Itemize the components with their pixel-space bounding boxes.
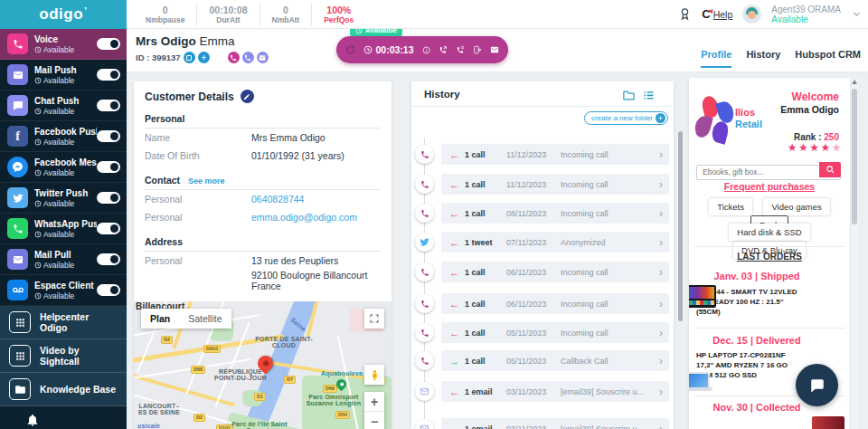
mail-pull-toggle[interactable] <box>97 253 120 265</box>
callback-channel-icon[interactable] <box>242 52 254 63</box>
list-view-icon[interactable] <box>642 89 656 102</box>
sidebar-item-mail-push[interactable]: Mail PushAvailable <box>0 60 127 91</box>
mail-channel-icon[interactable] <box>257 52 269 63</box>
edit-customer-icon[interactable] <box>241 90 254 103</box>
history-event: ←1 call11/12/2023Incoming call› <box>411 174 674 195</box>
tab-hubspot-crm[interactable]: Hubspot CRM <box>795 49 861 68</box>
sidebar-item-video-sightcall[interactable]: Video by Sightcall <box>0 339 127 373</box>
mail-push-toggle[interactable] <box>97 69 120 81</box>
incoming-arrow-icon: ← <box>449 299 465 310</box>
agent-status: Available <box>771 14 841 24</box>
search-button[interactable] <box>819 162 841 177</box>
chat-push-toggle[interactable] <box>97 100 120 111</box>
whatsapp-push-toggle[interactable] <box>97 223 120 234</box>
divider <box>694 328 844 329</box>
chevron-down-icon[interactable] <box>851 8 863 20</box>
star-icon: ★ <box>832 141 843 154</box>
facebook-push-toggle[interactable] <box>97 130 120 142</box>
history-row[interactable]: →1 call05/11/2023Callback Call› <box>441 350 669 371</box>
order-status-line: Janv. 03 | Shipped <box>689 271 825 281</box>
history-row[interactable]: ←1 email03/11/2023[email39] Souscrire u.… <box>441 418 669 429</box>
chat-fab-button[interactable] <box>796 364 838 406</box>
refresh-call-icon[interactable] <box>345 43 355 57</box>
history-row[interactable]: ←1 call08/11/2023Incoming call› <box>441 203 669 224</box>
category-hard-disk[interactable]: Hard disk & SSD <box>729 224 809 241</box>
search-icon <box>826 165 835 175</box>
transfer-device-icon[interactable] <box>473 43 482 56</box>
incoming-arrow-icon: ← <box>449 208 465 219</box>
agent-area: CHelp Agent39 ORAMA Available <box>678 0 863 28</box>
panel-title-row: Customer Details <box>145 90 381 103</box>
history-row[interactable]: ←1 call06/11/2023Incoming call› <box>441 293 669 314</box>
tab-history[interactable]: History <box>746 49 780 68</box>
folder-icon <box>9 378 31 400</box>
history-scrollbar[interactable] <box>678 131 683 321</box>
facebook-messenger-toggle[interactable] <box>97 161 120 173</box>
tweet-event-icon <box>415 233 434 252</box>
history-row[interactable]: ←1 call11/12/2023Incoming call› <box>441 144 669 165</box>
call-info-icon[interactable] <box>422 44 430 56</box>
history-event: →1 call05/11/2023Callback Call› <box>411 350 674 371</box>
sidebar-item-facebook-push[interactable]: f Facebook PushAvailable <box>0 121 127 152</box>
help-link[interactable]: CHelp <box>702 7 732 21</box>
voice-toggle[interactable] <box>97 38 120 50</box>
history-row[interactable]: ←1 tweet07/11/2023Anonymized› <box>441 232 669 253</box>
agent-avatar[interactable] <box>742 5 761 24</box>
chevron-right-icon: › <box>659 148 663 161</box>
phone-link[interactable]: 0640828744 <box>251 194 304 205</box>
agent-meta[interactable]: Agent39 ORAMA Available <box>771 5 841 24</box>
history-row[interactable]: ←1 call05/11/2023Incoming call› <box>441 322 669 343</box>
retail-scrollbar-thumb[interactable] <box>852 89 857 224</box>
sidebar-item-whatsapp-push[interactable]: WhatsApp PushAvailable <box>0 214 127 244</box>
messenger-icon <box>7 157 28 177</box>
add-contact-icon[interactable] <box>198 52 210 63</box>
history-row[interactable]: ←1 email03/11/2023[email39] Souscrire u.… <box>441 381 669 402</box>
category-video-games[interactable]: Video games <box>763 198 829 215</box>
sidebar-item-helpcenter[interactable]: Helpcenter Odigo <box>0 306 127 339</box>
category-tickets[interactable]: Tickets <box>709 198 752 215</box>
tab-profile[interactable]: Profile <box>701 49 731 68</box>
sidebar-item-knowledge-base[interactable]: Knowledge Base <box>0 373 127 406</box>
send-email-icon[interactable] <box>490 43 499 56</box>
email-link[interactable]: emma.odigo@odigo.com <box>251 212 357 223</box>
history-row[interactable]: ←1 call06/11/2023Incoming call› <box>441 262 669 282</box>
call-event-icon <box>415 145 434 164</box>
map-satellite-button[interactable]: Satellite <box>179 309 231 329</box>
sidebar-item-mail-pull[interactable]: Mail PullAvailable <box>0 244 127 275</box>
map-zoom-out-button[interactable]: − <box>364 412 384 429</box>
map-pegman-button[interactable] <box>364 365 384 385</box>
create-folder-button[interactable]: create a new folder <box>584 111 668 125</box>
frequent-purchases-link[interactable]: Frequent purchases <box>689 181 850 192</box>
scroll-up-arrow-icon[interactable] <box>852 80 857 84</box>
address-map[interactable]: D910 D2 D68 D7 D1 D69 D50 D2 D101 Billan… <box>134 301 392 429</box>
espace-client-toggle[interactable] <box>97 284 120 296</box>
top-bar: odigoʼ 0Nmbpause 00:10:08DurAtt 0NmbAtt … <box>0 0 868 29</box>
see-more-link[interactable]: See more <box>188 176 225 186</box>
contact-card-icon[interactable] <box>184 52 195 63</box>
twitter-push-toggle[interactable] <box>97 192 120 204</box>
sidebar-item-voice[interactable]: VoiceAvailable <box>0 29 127 60</box>
sidebar-item-twitter-push[interactable]: Twitter PushAvailable <box>0 183 127 214</box>
hold-call-icon[interactable] <box>456 43 465 56</box>
map-zoom-in-button[interactable]: + <box>364 392 384 412</box>
folder-view-icon[interactable] <box>622 89 636 102</box>
voice-channel-icon[interactable] <box>228 52 240 63</box>
agent-name: Agent39 ORAMA <box>771 5 841 14</box>
history-row[interactable]: ←1 call11/12/2023Incoming call› <box>441 174 669 195</box>
award-icon[interactable] <box>678 7 692 21</box>
road-badge: D7 <box>284 376 296 384</box>
notifications-bell-icon[interactable] <box>25 413 40 427</box>
section-personal: Personal <box>145 113 381 129</box>
contact-header: Mrs Odigo Emma ID : 399137 Available 00:… <box>127 29 868 72</box>
clock-icon <box>34 46 42 53</box>
map-plan-button[interactable]: Plan <box>141 309 179 329</box>
map-fullscreen-button[interactable] <box>364 309 384 329</box>
chevron-right-icon: › <box>659 236 663 249</box>
transfer-call-icon[interactable] <box>439 43 448 56</box>
retail-scrollbar-track[interactable] <box>851 78 858 429</box>
chevron-right-icon: › <box>659 298 663 310</box>
sidebar-item-facebook-messenger[interactable]: Facebook Messen...Available <box>0 152 127 183</box>
field-phone: Personal0640828744 <box>145 190 381 208</box>
sidebar-item-chat-push[interactable]: Chat PushAvailable <box>0 91 127 121</box>
sidebar-item-espace-client[interactable]: Espace ClientAvailable <box>0 275 127 306</box>
